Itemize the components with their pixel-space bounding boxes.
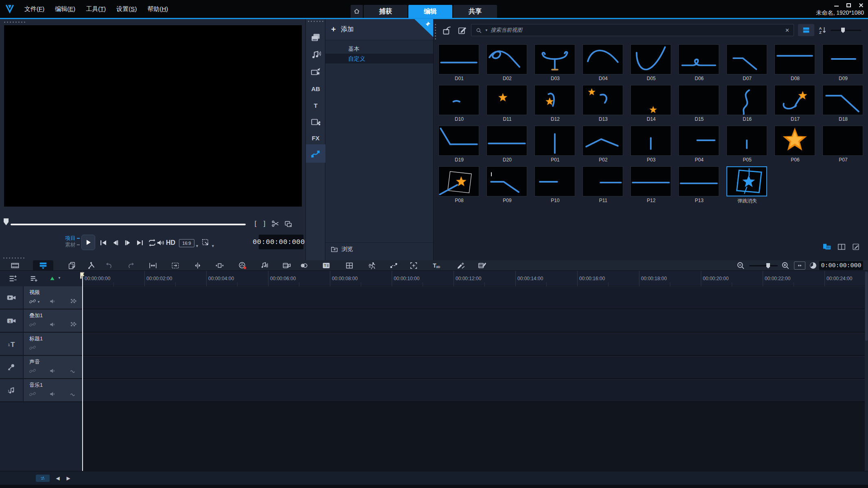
thumb-image[interactable]: [486, 44, 527, 74]
thumb-image[interactable]: [582, 166, 623, 196]
import-media-button[interactable]: [442, 25, 452, 36]
thumb-image[interactable]: [534, 44, 575, 74]
waveform-icon[interactable]: [69, 390, 77, 398]
thumb-image[interactable]: [438, 166, 479, 196]
menu-item-3[interactable]: 设置(S): [116, 5, 137, 13]
sort-icon[interactable]: AZ: [818, 25, 827, 35]
enlarge-preview-button[interactable]: [201, 238, 211, 248]
template-thumb-D19[interactable]: D19: [435, 125, 483, 166]
dual-pane-toggle[interactable]: [836, 242, 847, 251]
thumbnail-view-toggle[interactable]: [798, 24, 814, 36]
template-thumb-P02[interactable]: P02: [579, 125, 627, 166]
music-track-icon[interactable]: 1: [0, 379, 23, 402]
mute-speaker-icon[interactable]: [49, 367, 57, 375]
edit-item-button[interactable]: [457, 25, 468, 36]
subtitle-editor-icon[interactable]: T: [322, 261, 331, 270]
scroll-right-button[interactable]: ▶: [64, 474, 72, 482]
menu-item-0[interactable]: 文件(F): [24, 5, 44, 13]
show-library-toggle[interactable]: [822, 242, 832, 251]
thumb-image[interactable]: [486, 85, 527, 115]
track-swap-caret-icon[interactable]: ▼: [58, 276, 61, 280]
split-clip-icon[interactable]: [193, 261, 202, 270]
template-thumb-D11[interactable]: D11: [483, 84, 531, 125]
timeline-view-icon[interactable]: [39, 261, 48, 270]
scrubber-handle[interactable]: [3, 218, 9, 226]
search-input[interactable]: ▼ 搜索当前视图 ✕: [471, 24, 794, 36]
transition-library-button[interactable]: AB: [306, 80, 325, 97]
template-thumb-D12[interactable]: D12: [531, 84, 579, 125]
thumb-image[interactable]: [630, 85, 671, 115]
blend-overlap-icon[interactable]: [299, 261, 308, 270]
ripple-edit-icon[interactable]: [215, 261, 224, 270]
thumb-image[interactable]: [822, 126, 863, 156]
thumb-image[interactable]: [678, 126, 719, 156]
thumb-image[interactable]: [438, 85, 479, 115]
transparency-checker-icon[interactable]: [69, 297, 77, 305]
painting-creator-icon[interactable]: [457, 261, 466, 270]
mute-speaker-icon[interactable]: [49, 320, 57, 329]
thumb-image[interactable]: [726, 126, 767, 156]
minimize-button[interactable]: [834, 3, 840, 8]
thumb-image[interactable]: [486, 166, 527, 196]
split-clip-scissors-icon[interactable]: [271, 219, 280, 228]
thumb-image[interactable]: [438, 44, 479, 74]
mark-out-button[interactable]: ]: [262, 220, 267, 228]
template-thumb-P10[interactable]: P10: [531, 166, 579, 206]
zoom-in-icon[interactable]: [781, 261, 790, 270]
mask-creator-icon[interactable]: [409, 261, 418, 270]
menu-item-4[interactable]: 帮助(H): [147, 5, 168, 13]
template-thumb-弹跳消失[interactable]: 弹跳消失: [723, 166, 771, 206]
template-thumb-P13[interactable]: P13: [675, 166, 723, 206]
auto-music-icon[interactable]: [282, 261, 291, 270]
duration-clock-icon[interactable]: [809, 261, 818, 270]
timeline-drag-handle[interactable]: [2, 257, 24, 259]
thumb-image[interactable]: [582, 85, 623, 115]
storyboard-view-icon[interactable]: [11, 261, 20, 270]
aspect-caret-icon[interactable]: ▼: [195, 244, 199, 248]
mark-in-button[interactable]: [: [253, 220, 258, 228]
zoom-out-icon[interactable]: [736, 261, 745, 270]
template-thumb-P06[interactable]: P06: [771, 125, 819, 166]
track-header-音乐1[interactable]: 音乐1: [24, 379, 83, 402]
audio-library-button[interactable]: [306, 46, 325, 63]
tab-edit[interactable]: 编辑: [408, 5, 452, 18]
template-thumb-P05[interactable]: P05: [723, 125, 771, 166]
nav-drag-handle[interactable]: [307, 20, 324, 22]
link-icon[interactable]: [28, 320, 37, 329]
track-content-音乐1[interactable]: [83, 379, 865, 402]
template-thumb-P12[interactable]: P12: [627, 166, 675, 206]
play-button[interactable]: [81, 235, 95, 250]
timeline-zoom-slider[interactable]: [749, 265, 778, 266]
range-selection-icon[interactable]: [171, 261, 180, 270]
template-thumb-P09[interactable]: P09: [483, 166, 531, 206]
template-thumb-P04[interactable]: P04: [675, 125, 723, 166]
media-library-button[interactable]: [306, 29, 325, 46]
template-thumb-D07[interactable]: D07: [723, 44, 771, 84]
scrubber-track[interactable]: [11, 224, 246, 225]
thumb-image[interactable]: [726, 44, 767, 74]
add-track-icon[interactable]: [29, 274, 38, 283]
menu-item-2[interactable]: 工具(T): [86, 5, 106, 13]
mute-speaker-icon[interactable]: [49, 297, 57, 305]
tools-icon[interactable]: [87, 261, 96, 270]
3d-title-editor-icon[interactable]: T3D: [432, 261, 441, 270]
multicam-editor-icon[interactable]: [478, 261, 486, 270]
gallery-drag-handle[interactable]: [434, 23, 436, 39]
template-thumb-P07[interactable]: P07: [819, 125, 867, 166]
split-screen-template-icon[interactable]: [345, 261, 354, 270]
fit-timeline-button[interactable]: [794, 261, 805, 270]
template-thumb-D15[interactable]: D15: [675, 84, 723, 125]
search-filter-caret-icon[interactable]: ▼: [485, 28, 488, 32]
video-track-icon[interactable]: [0, 286, 23, 309]
record-capture-icon[interactable]: [238, 261, 247, 270]
undo-icon[interactable]: [104, 261, 113, 270]
aspect-ratio-select[interactable]: 16:9: [179, 239, 194, 247]
template-thumb-P03[interactable]: P03: [627, 125, 675, 166]
template-thumb-D10[interactable]: D10: [435, 84, 483, 125]
instant-project-button[interactable]: [306, 63, 325, 81]
go-end-button[interactable]: [135, 238, 145, 248]
track-swap-icon[interactable]: [48, 274, 57, 283]
template-thumb-D05[interactable]: D05: [627, 44, 675, 84]
thumb-image[interactable]: [822, 44, 863, 74]
track-content-声音[interactable]: [83, 356, 865, 379]
